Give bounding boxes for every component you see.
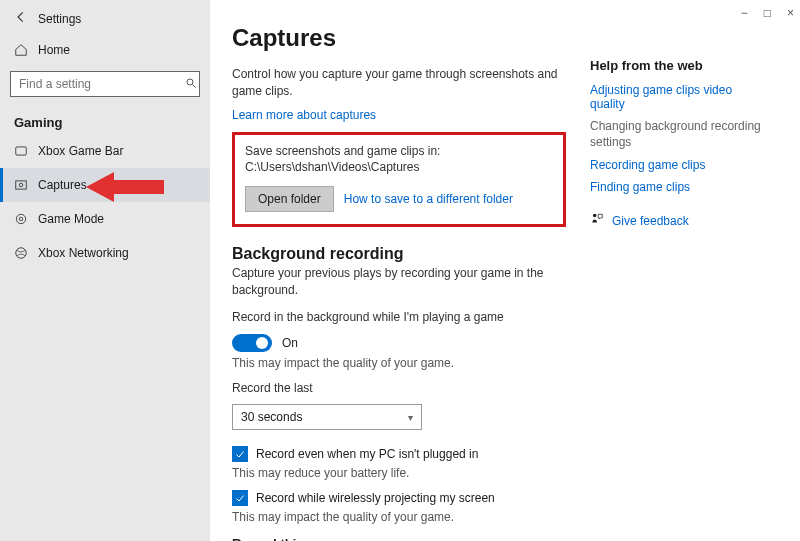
checkmark-icon — [232, 446, 248, 462]
window-title: Settings — [38, 12, 81, 26]
sidebar-item-label: Xbox Game Bar — [38, 144, 123, 158]
record-last-value: 30 seconds — [241, 410, 302, 424]
svg-marker-8 — [86, 172, 164, 202]
svg-point-0 — [187, 79, 193, 85]
sidebar-section-label: Gaming — [0, 103, 210, 134]
sidebar-item-label: Xbox Networking — [38, 246, 129, 260]
open-folder-button[interactable]: Open folder — [245, 186, 334, 212]
save-location-box: Save screenshots and game clips in: C:\U… — [232, 132, 566, 228]
help-link-background: Changing background recording settings — [590, 119, 770, 150]
help-panel: Help from the web Adjusting game clips v… — [590, 24, 770, 541]
learn-more-link[interactable]: Learn more about captures — [232, 108, 376, 122]
give-feedback-link[interactable]: Give feedback — [612, 214, 689, 228]
background-recording-toggle[interactable] — [232, 334, 272, 352]
checkbox-label: Record even when my PC isn't plugged in — [256, 447, 478, 461]
annotation-arrow-icon — [86, 170, 166, 204]
sidebar-item-game-mode[interactable]: Game Mode — [0, 202, 210, 236]
checkbox-label: Record while wirelessly projecting my sc… — [256, 491, 495, 505]
sidebar-item-xbox-game-bar[interactable]: Xbox Game Bar — [0, 134, 210, 168]
page-title: Captures — [232, 24, 566, 52]
checkbox1-note: This may reduce your battery life. — [232, 466, 566, 480]
minimize-icon[interactable]: − — [741, 6, 748, 20]
help-title: Help from the web — [590, 58, 770, 73]
svg-rect-3 — [16, 181, 27, 189]
svg-point-4 — [19, 183, 23, 187]
home-icon — [14, 43, 28, 57]
back-icon[interactable] — [14, 10, 28, 27]
game-bar-icon — [14, 144, 28, 158]
svg-point-7 — [16, 248, 27, 259]
help-link-quality[interactable]: Adjusting game clips video quality — [590, 83, 770, 111]
checkbox2-note: This may impact the quality of your game… — [232, 510, 566, 524]
feedback-icon — [590, 212, 604, 229]
search-icon — [177, 77, 205, 92]
sidebar: Settings Home Gaming Xbox Game Bar — [0, 0, 210, 541]
toggle-state: On — [282, 336, 298, 350]
record-this-heading: Record this — [232, 536, 566, 541]
page-intro: Control how you capture your game throug… — [232, 66, 566, 100]
sidebar-item-label: Captures — [38, 178, 87, 192]
background-recording-subtitle: Capture your previous plays by recording… — [232, 265, 566, 299]
maximize-icon[interactable]: □ — [764, 6, 771, 20]
svg-rect-2 — [16, 147, 27, 155]
help-link-finding[interactable]: Finding game clips — [590, 180, 770, 194]
svg-point-9 — [593, 214, 597, 218]
close-icon[interactable]: × — [787, 6, 794, 20]
background-recording-heading: Background recording — [232, 245, 566, 263]
how-to-save-link[interactable]: How to save to a different folder — [344, 192, 513, 206]
sidebar-home[interactable]: Home — [0, 35, 210, 65]
checkmark-icon — [232, 490, 248, 506]
captures-icon — [14, 178, 28, 192]
chevron-down-icon: ▾ — [408, 412, 413, 423]
help-link-recording[interactable]: Recording game clips — [590, 158, 770, 172]
toggle-note: This may impact the quality of your game… — [232, 356, 566, 370]
search-field[interactable] — [11, 77, 177, 91]
svg-line-1 — [193, 84, 196, 87]
toggle-label: Record in the background while I'm playi… — [232, 309, 566, 326]
record-last-select[interactable]: 30 seconds ▾ — [232, 404, 422, 430]
sidebar-home-label: Home — [38, 43, 70, 57]
checkbox-wireless-projecting[interactable]: Record while wirelessly projecting my sc… — [232, 490, 566, 506]
svg-point-6 — [19, 217, 23, 221]
sidebar-item-xbox-networking[interactable]: Xbox Networking — [0, 236, 210, 270]
game-mode-icon — [14, 212, 28, 226]
svg-point-5 — [16, 214, 25, 223]
save-location-text: Save screenshots and game clips in: C:\U… — [245, 143, 553, 177]
record-last-label: Record the last — [232, 380, 566, 397]
search-input[interactable] — [10, 71, 200, 97]
checkbox-not-plugged-in[interactable]: Record even when my PC isn't plugged in — [232, 446, 566, 462]
sidebar-item-label: Game Mode — [38, 212, 104, 226]
xbox-networking-icon — [14, 246, 28, 260]
